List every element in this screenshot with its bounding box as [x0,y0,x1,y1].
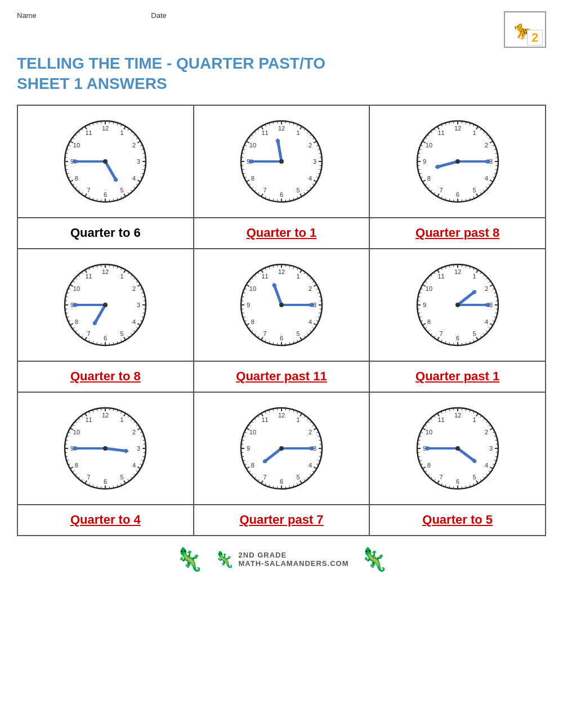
svg-text:2: 2 [309,141,312,148]
svg-text:7: 7 [87,187,91,194]
svg-point-311 [103,303,108,307]
clock-cell-8: 121234567891011 [194,392,370,505]
svg-text:8: 8 [75,318,78,325]
clock-cell-5: 121234567891011 [194,249,370,361]
svg-point-623 [279,446,284,451]
svg-text:2: 2 [485,285,488,291]
svg-text:10: 10 [249,428,256,435]
clocks-grid: 121234567891011 121234567891011 12123456… [17,105,546,536]
svg-text:9: 9 [423,158,426,165]
clock-label-9: Quarter to 5 [422,513,493,527]
svg-text:3: 3 [137,158,140,165]
clock-label-1: Quarter to 6 [70,226,141,240]
clock-label-7: Quarter to 4 [70,513,141,527]
svg-text:1: 1 [472,273,476,280]
svg-text:2: 2 [485,428,488,435]
svg-text:10: 10 [249,285,256,291]
label-cell-6: Quarter past 1 [369,361,546,392]
svg-text:5: 5 [296,330,300,337]
svg-text:6: 6 [104,478,107,485]
svg-text:8: 8 [251,461,254,468]
svg-point-701 [455,446,460,451]
svg-text:5: 5 [120,474,124,480]
svg-text:5: 5 [472,330,476,337]
clock-cell-4: 121234567891011 [17,249,194,361]
svg-point-545 [103,446,108,451]
svg-text:6: 6 [280,478,283,485]
svg-text:12: 12 [278,268,285,275]
svg-text:5: 5 [296,474,300,480]
svg-text:12: 12 [278,412,285,419]
svg-text:6: 6 [456,335,459,341]
svg-point-233 [455,159,460,164]
clock-cell-3: 121234567891011 [369,105,546,218]
svg-text:8: 8 [427,174,430,181]
clock-label-8: Quarter past 7 [239,513,323,527]
svg-text:8: 8 [427,461,430,468]
svg-point-77 [103,159,108,164]
svg-text:7: 7 [439,330,443,337]
svg-text:9: 9 [423,302,426,308]
svg-text:8: 8 [75,461,78,468]
header: Name Date 🐆 2 [17,11,546,48]
clock-cell-6: 121234567891011 [369,249,546,361]
svg-text:12: 12 [454,125,461,132]
svg-point-467 [455,303,460,307]
clock-cell-7: 121234567891011 [17,392,194,505]
svg-text:10: 10 [73,141,80,148]
svg-text:12: 12 [102,268,109,275]
svg-text:1: 1 [296,273,300,280]
footer-logo: 🦎 2ND GRADE MATH-SALAMANDERS.COM [215,550,349,569]
svg-text:11: 11 [437,129,444,136]
svg-text:6: 6 [456,478,459,485]
svg-text:4: 4 [485,318,488,325]
label-cell-4: Quarter to 8 [17,361,194,392]
svg-text:10: 10 [425,428,432,435]
svg-text:2: 2 [132,285,136,291]
page-title: TELLING THE TIME - QUARTER PAST/TO SHEET… [17,53,546,95]
svg-text:1: 1 [296,129,300,136]
svg-text:11: 11 [261,129,268,136]
svg-text:5: 5 [472,474,476,480]
svg-text:1: 1 [120,273,124,280]
svg-text:9: 9 [247,302,250,308]
label-cell-3: Quarter past 8 [369,218,546,249]
svg-text:11: 11 [437,416,444,423]
svg-text:1: 1 [120,129,124,136]
svg-text:8: 8 [251,318,254,325]
svg-text:3: 3 [137,445,140,452]
svg-text:11: 11 [261,273,268,280]
svg-text:2: 2 [132,141,136,148]
svg-text:3: 3 [137,302,140,308]
svg-point-155 [279,159,284,164]
footer-text: 2ND GRADE MATH-SALAMANDERS.COM [239,551,349,568]
svg-text:12: 12 [454,268,461,275]
date-label: Date [151,11,166,20]
svg-text:8: 8 [75,174,78,181]
svg-text:2: 2 [132,428,136,435]
svg-text:11: 11 [86,129,92,136]
svg-text:6: 6 [280,191,283,198]
svg-text:10: 10 [73,428,80,435]
clock-label-6: Quarter past 1 [415,369,499,384]
svg-text:11: 11 [86,273,92,280]
svg-text:4: 4 [132,174,136,181]
svg-text:12: 12 [278,125,285,132]
svg-text:5: 5 [120,330,124,337]
label-cell-8: Quarter past 7 [194,505,370,536]
svg-text:12: 12 [454,412,461,419]
svg-text:6: 6 [104,335,107,341]
svg-text:12: 12 [102,412,109,419]
svg-text:5: 5 [296,187,300,194]
svg-text:7: 7 [439,474,443,480]
clock-cell-1: 121234567891011 [17,105,194,218]
svg-text:4: 4 [485,174,488,181]
logo-box: 🐆 2 [504,11,546,48]
clock-label-4: Quarter to 8 [70,369,141,384]
footer-grade: 2ND GRADE [239,551,349,559]
svg-text:4: 4 [309,174,312,181]
svg-text:10: 10 [249,141,256,148]
clock-cell-2: 121234567891011 [194,105,370,218]
svg-text:10: 10 [73,285,80,291]
svg-text:4: 4 [132,318,136,325]
